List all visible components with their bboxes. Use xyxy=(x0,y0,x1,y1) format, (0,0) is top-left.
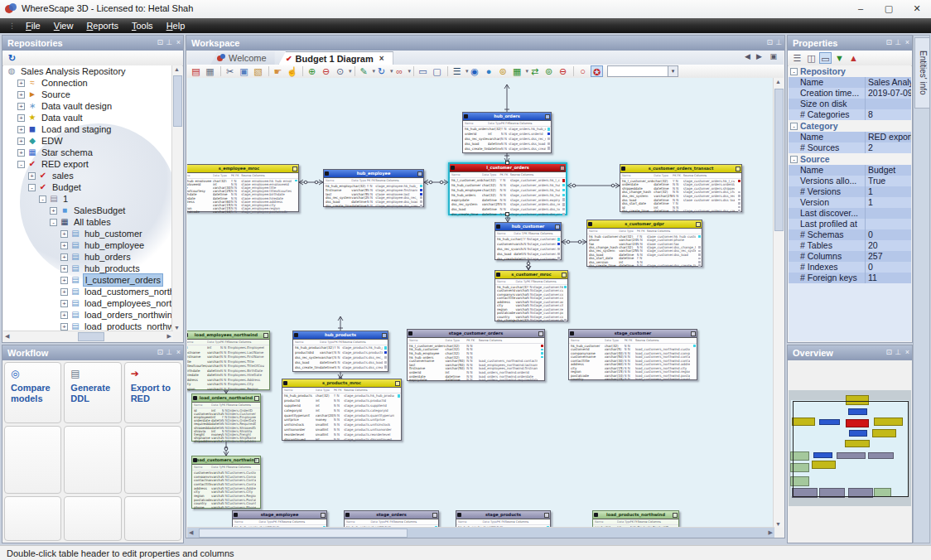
expander-icon[interactable]: + xyxy=(60,311,68,319)
expander-icon[interactable]: + xyxy=(17,80,25,87)
scroll-right-icon[interactable]: ▶ xyxy=(769,529,773,536)
close-icon[interactable]: × xyxy=(176,345,181,360)
export-pdf-icon[interactable]: ▤ xyxy=(190,65,202,77)
property-row[interactable]: # Schemas0 xyxy=(789,229,911,240)
expander-icon[interactable]: + xyxy=(60,323,68,331)
diagram-table-stage_customer[interactable]: stage_customerNameData TypePK FKSource C… xyxy=(568,329,697,380)
diagram-table-s_products_mroc[interactable]: s_products_mrocNameData TypePK FKSource … xyxy=(282,379,402,441)
property-row[interactable]: NameRED export xyxy=(789,132,911,142)
expander-icon[interactable]: + xyxy=(60,277,68,284)
table-header[interactable]: s_employee_mroc xyxy=(187,165,298,173)
column-row[interactable]: postalcodevarchar(10)N Nstage_employee.p… xyxy=(187,210,298,214)
expander-icon[interactable]: + xyxy=(60,230,68,238)
column-row[interactable]: dss_create_timedatetimeN Nstage_orders.d… xyxy=(463,146,551,151)
table-header[interactable]: load_orders_northwind xyxy=(192,394,260,403)
tab-prev-icon[interactable]: ◀ xyxy=(745,52,750,60)
expand-all-icon[interactable]: ▼ xyxy=(833,52,846,64)
property-row[interactable]: # Sources2 xyxy=(789,142,911,153)
list-view-icon[interactable]: ☰ xyxy=(791,52,803,64)
expander-icon[interactable]: - xyxy=(790,156,798,163)
column-row[interactable]: regionvarchar(15)N NEmployees.Region xyxy=(187,387,269,392)
expander-icon[interactable]: + xyxy=(60,265,68,273)
float-icon[interactable]: ⊡ xyxy=(157,345,163,360)
scroll-down-icon[interactable]: ▼ xyxy=(174,325,180,331)
minimize-button[interactable]: – xyxy=(847,0,875,17)
property-section-repository[interactable]: -Repository xyxy=(789,65,911,77)
maximize-button[interactable]: ▢ xyxy=(875,0,903,17)
diagram-table-stage_customer_orders[interactable]: stage_customer_ordersNameData TypePK FKS… xyxy=(407,329,545,381)
column-row[interactable]: dss_create_timedatetimeN Nstage_employee… xyxy=(324,204,423,208)
scroll-thumb[interactable] xyxy=(78,332,104,341)
property-row[interactable]: NameBudget xyxy=(789,165,911,176)
tab-next-icon[interactable]: ▶ xyxy=(756,52,762,60)
diagram-table-load_employees_northwind[interactable]: load_employees_northwindNameData TypePK … xyxy=(187,331,270,390)
no-entry-icon[interactable]: ⊖ xyxy=(557,65,569,77)
tree-item-load_employees_northwind[interactable]: +▤load_employees_northwind xyxy=(3,297,174,309)
column-row[interactable]: dss_create_timedatetimeN Nstage_customer… xyxy=(495,256,561,261)
table-header[interactable]: s_products_mroc xyxy=(282,379,401,388)
property-row[interactable]: # Tables20 xyxy=(789,240,911,251)
property-section-category[interactable]: -Category xyxy=(789,120,911,132)
tab-close-icon[interactable]: × xyxy=(379,52,384,65)
diagram-table-l_customer_orders[interactable]: l_customer_ordersNameData TypePK FKSourc… xyxy=(448,162,567,215)
selection-handle-bottom[interactable] xyxy=(505,212,509,216)
select-hand-icon[interactable]: ☝ xyxy=(286,65,298,77)
sphere-icon[interactable]: ● xyxy=(483,65,495,77)
workflow-card-empty[interactable] xyxy=(124,426,181,494)
scroll-up-icon[interactable]: ▲ xyxy=(775,79,781,84)
expander-icon[interactable]: + xyxy=(60,242,68,249)
copy-icon[interactable]: ▣ xyxy=(238,65,250,77)
close-button[interactable]: ✕ xyxy=(903,0,931,17)
tree-item-connection[interactable]: +≈Connection xyxy=(3,77,174,89)
diagram-table-s_customer_mroc[interactable]: s_customer_mrocNameData TypePK FKSource … xyxy=(494,270,568,321)
table-header[interactable]: stage_products xyxy=(456,511,550,519)
workflow-card-empty[interactable] xyxy=(64,496,121,541)
property-row[interactable]: Versions allo...True xyxy=(789,176,911,186)
property-row[interactable]: Version1 xyxy=(789,197,911,208)
close-icon[interactable]: × xyxy=(176,36,181,51)
diagram-table-hub_products[interactable]: hub_productsNameData TypePK FKSource Col… xyxy=(292,331,388,372)
diagram-table-s_customer_gdpr[interactable]: s_customer_gdprNameData TypePK FKSource … xyxy=(586,220,702,267)
category-view-icon[interactable]: ◫ xyxy=(805,52,818,64)
info-icon[interactable]: ◉ xyxy=(469,65,481,77)
tree-item-red-export[interactable]: -✔RED export xyxy=(3,158,174,170)
float-icon[interactable]: ⊡ xyxy=(157,36,163,51)
workflow-card-export-to-red[interactable]: ➔Export to RED xyxy=(124,362,181,423)
table-header[interactable]: s_customer_orders_transact xyxy=(620,165,741,173)
print-icon[interactable]: ▦ xyxy=(204,65,216,77)
column-row[interactable]: dss_create_timedatetimeN Nstage_products… xyxy=(293,364,388,369)
close-icon[interactable]: × xyxy=(905,36,909,51)
hierarchy-layout-icon[interactable]: ☰ xyxy=(451,65,463,77)
expander-icon[interactable]: - xyxy=(790,68,798,75)
scroll-thumb[interactable] xyxy=(774,89,784,231)
tree-item-l_customer_orders[interactable]: +▤l_customer_orders xyxy=(3,274,174,286)
diagram-table-hub_orders[interactable]: hub_ordersNameData TypePK FKSource Colum… xyxy=(462,112,552,153)
highlight-circle-icon[interactable]: ○ xyxy=(576,65,589,77)
scroll-left-icon[interactable]: ◀ xyxy=(5,333,9,340)
pin-icon[interactable]: ⊥ xyxy=(895,36,901,51)
refresh-icon[interactable]: ↻ xyxy=(6,52,18,64)
property-row[interactable]: # Foreign keys11 xyxy=(789,273,911,283)
canvas-vertical-scrollbar[interactable]: ▲ ▼ xyxy=(773,78,784,528)
tree-item-hub_orders[interactable]: +▤hub_orders xyxy=(3,251,174,263)
menu-item-reports[interactable]: Reports xyxy=(80,21,125,31)
relationship-icon[interactable]: ∞ xyxy=(393,65,406,77)
cut-icon[interactable]: ✂ xyxy=(224,65,236,77)
expander-icon[interactable]: - xyxy=(28,184,36,191)
table-header[interactable]: hub_orders xyxy=(463,113,551,121)
diagram-canvas[interactable]: hub_ordersNameData TypePK FKSource Colum… xyxy=(187,78,774,530)
table-header[interactable]: hub_products xyxy=(293,331,388,340)
tab-list-icon[interactable]: ▣ xyxy=(769,52,777,60)
diagram-filter-combobox[interactable]: ▾ xyxy=(607,65,678,77)
diagram-table-load_orders_northwind[interactable]: load_orders_northwindNameData TypePK FKS… xyxy=(191,393,261,442)
expander-icon[interactable]: - xyxy=(39,196,46,203)
scroll-up-icon[interactable]: ▲ xyxy=(174,66,180,72)
flat-view-icon[interactable]: ▭ xyxy=(819,52,832,64)
canvas-horizontal-scrollbar[interactable]: ◀ ▶ xyxy=(187,527,774,538)
expander-icon[interactable]: + xyxy=(60,288,68,296)
property-row[interactable]: # Versions1 xyxy=(789,186,911,197)
property-row[interactable]: Size on disk xyxy=(789,99,911,109)
tree-item-data-vault[interactable]: +★Data vault xyxy=(3,112,174,123)
zoom-icon[interactable]: ⊙ xyxy=(334,65,346,77)
expander-icon[interactable]: + xyxy=(17,126,25,133)
